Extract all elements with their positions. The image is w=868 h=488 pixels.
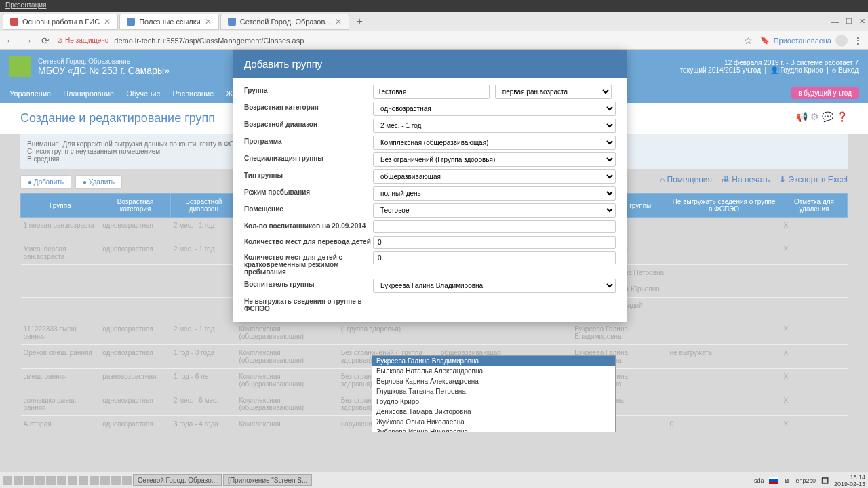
col-header: Не выгружать сведения о группе в ФСПЭО xyxy=(667,194,781,218)
label: Помещение xyxy=(244,203,373,213)
dropdown-item[interactable]: Зубарева Ирина Николаевна xyxy=(372,427,615,432)
dropdown-item[interactable]: Гоудло Криро xyxy=(372,396,615,407)
header-date: 12 февраля 2019 г. - В системе работает … xyxy=(680,59,859,66)
add-group-modal: Добавить группу Группапервая ран.возраст… xyxy=(233,50,627,322)
label: Программа xyxy=(244,136,373,145)
menu-item[interactable]: Управление xyxy=(9,89,51,98)
menu-icon[interactable]: ⋮ xyxy=(852,35,864,46)
app-title: МБОУ «ДС № 253 г. Самары» xyxy=(38,65,170,76)
group-input[interactable] xyxy=(373,85,490,99)
dropdown-item[interactable]: Верлова Карина Александровна xyxy=(372,376,615,386)
app-subtitle: Сетевой Город. Образование xyxy=(38,58,170,65)
new-tab-button[interactable]: + xyxy=(351,16,368,28)
modal-title: Добавить группу xyxy=(233,50,627,78)
label: Тип группы xyxy=(244,169,373,179)
label: Количество мест для перевода детей xyxy=(244,236,373,245)
print-link[interactable]: 🖶 На печать xyxy=(722,175,770,189)
dropdown-item[interactable]: Глушкова Татьяна Петровна xyxy=(372,386,615,396)
type-select[interactable]: общеразвивающая xyxy=(373,169,616,184)
col-header: Отметка для удаления xyxy=(781,194,847,218)
label: Возрастная категория xyxy=(244,102,373,111)
url-text[interactable]: demo.ir-tech.ru:5557/asp/ClassManagement… xyxy=(114,37,736,45)
browser-tabs: Основы работы в ГИС✕ Полезные ссылки✕ Се… xyxy=(0,12,868,31)
mode-select[interactable]: полный день xyxy=(373,186,616,201)
label: Не выгружать сведения о группе в ФСПЭО xyxy=(244,296,373,312)
table-row[interactable]: 111222333 смеш ранняяодновозрастная2 мес… xyxy=(21,321,848,345)
dropdown-item[interactable]: Былкова Наталья Александровна xyxy=(372,366,615,376)
age-range-select[interactable]: 2 мес. - 1 год xyxy=(373,119,616,133)
transfer-input[interactable] xyxy=(373,236,616,249)
window-close-icon[interactable]: ✕ xyxy=(859,17,865,26)
age-cat-select[interactable]: одновозрастная xyxy=(373,102,616,116)
dropdown-item[interactable]: Денисова Тамара Викторовна xyxy=(372,407,615,417)
security-badge[interactable]: ⊘ Не защищено xyxy=(57,37,108,44)
dropdown-item[interactable]: Жуйкова Ольга Николаевна xyxy=(372,417,615,427)
forward-icon[interactable]: → xyxy=(22,35,34,46)
label: Кол-во воспитанников на 20.09.2014 xyxy=(244,220,373,230)
label: Количество мест для детей с кратковремен… xyxy=(244,251,373,276)
page-title: Создание и редактирование групп xyxy=(20,111,215,125)
spec-select[interactable]: Без ограничений (I группа здоровья) xyxy=(373,152,616,167)
label: Воспитатель группы xyxy=(244,279,373,288)
tab-2[interactable]: Сетевой Город. Образов...✕ xyxy=(220,14,350,30)
reload-icon[interactable]: ⟳ xyxy=(39,35,52,46)
label: Режим пребывания xyxy=(244,186,373,196)
tab-0[interactable]: Основы работы в ГИС✕ xyxy=(3,14,118,30)
window-max-icon[interactable]: ☐ xyxy=(840,17,858,26)
avatar[interactable] xyxy=(835,35,848,47)
age-select[interactable]: первая ран.возраста xyxy=(495,85,612,99)
add-button[interactable]: ● Добавить xyxy=(20,175,71,189)
label-group: Группа xyxy=(244,85,373,94)
short-input[interactable] xyxy=(373,251,616,264)
program-select[interactable]: Комплексная (общеразвивающая) xyxy=(373,136,616,150)
label: Специализация группы xyxy=(244,152,373,162)
rooms-link[interactable]: ⌂ Помещения xyxy=(660,175,712,189)
menu-item[interactable]: Обучение xyxy=(126,89,160,98)
url-bar: ← → ⟳ ⊘ Не защищено demo.ir-tech.ru:5557… xyxy=(0,31,868,50)
count-input[interactable] xyxy=(373,220,616,233)
close-icon: ✕ xyxy=(335,17,342,26)
label: Возрастной диапазон xyxy=(244,119,373,128)
tab-icon xyxy=(127,18,135,26)
window-min-icon[interactable]: — xyxy=(831,18,839,26)
star-icon[interactable]: ☆ xyxy=(743,35,755,46)
window-title: Презентация xyxy=(0,0,868,12)
menu-item[interactable]: Расписание xyxy=(173,89,214,98)
back-icon[interactable]: ← xyxy=(4,35,16,46)
menu-item[interactable]: Планирование xyxy=(63,89,114,98)
tab-icon xyxy=(10,18,18,26)
paused-label: Приостановлена xyxy=(774,37,831,45)
col-header: Возрастной диапазон xyxy=(171,194,237,218)
year-badge[interactable]: в будущий уч.год xyxy=(791,87,859,99)
exit-link[interactable]: Выход xyxy=(838,66,859,74)
tab-icon xyxy=(228,18,236,26)
col-header: Группа xyxy=(21,194,100,218)
page-icons[interactable]: 📢 ⚙ 💬 ❓ xyxy=(796,111,848,125)
tab-1[interactable]: Полезные ссылки✕ xyxy=(119,14,219,30)
close-icon: ✕ xyxy=(104,17,111,26)
col-header: Возрастная категория xyxy=(100,194,171,218)
close-icon: ✕ xyxy=(205,17,212,26)
logo xyxy=(9,56,31,77)
room-select[interactable]: Тестовое xyxy=(373,203,616,218)
teacher-select[interactable]: Букреева Галина Владимировна xyxy=(373,279,616,293)
bookmark-icon[interactable]: 🔖 xyxy=(760,36,770,45)
delete-button[interactable]: ● Удалить xyxy=(75,175,122,189)
export-link[interactable]: ⬇ Экспорт в Excel xyxy=(779,175,848,189)
dropdown-item[interactable]: Букреева Галина Владимировна xyxy=(372,356,615,366)
teacher-dropdown[interactable]: Букреева Галина ВладимировнаБылкова Ната… xyxy=(372,355,616,432)
